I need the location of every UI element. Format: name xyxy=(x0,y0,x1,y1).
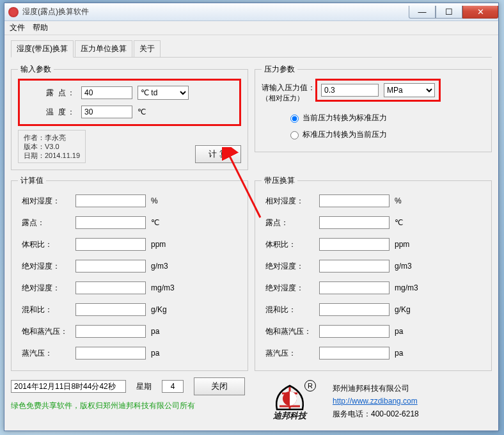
pressure-input[interactable] xyxy=(321,84,379,97)
radio-cur-to-std-label: 当前压力转换为标准压力 xyxy=(303,113,387,123)
titlebar: 湿度(露点)换算软件 — ☐ ✕ xyxy=(4,3,498,21)
dewpoint-unit-select[interactable]: ℃ td xyxy=(138,86,189,100)
input-params-group: 输入参数 露 点： ℃ td 温 度： ℃ xyxy=(11,64,248,170)
minimize-button[interactable]: — xyxy=(409,6,436,19)
registered-icon: R xyxy=(304,380,316,391)
tab-humidity[interactable]: 湿度(带压)换算 xyxy=(11,40,74,58)
highlight-pressure: MPa xyxy=(315,79,441,102)
window-title: 湿度(露点)换算软件 xyxy=(22,6,89,17)
pcalc-dewpoint[interactable] xyxy=(319,216,390,229)
tabs: 湿度(带压)换算 压力单位换算 关于 xyxy=(11,40,492,58)
highlight-input: 露 点： ℃ td 温 度： ℃ xyxy=(18,79,241,126)
pcalc-ppm[interactable] xyxy=(319,238,390,251)
calc-dewpoint[interactable] xyxy=(75,216,146,229)
calc-results-group: 计算值 相对湿度：% 露点：℃ 体积比：ppm 绝对湿度：g/m3 绝对湿度：m… xyxy=(11,175,248,371)
radio-std-to-cur[interactable] xyxy=(290,131,299,139)
company-logo: R 迪邦科技 xyxy=(255,379,325,423)
company-url[interactable]: http://www.zzdibang.com xyxy=(333,397,418,406)
week-display xyxy=(162,380,184,393)
calc-vp[interactable] xyxy=(75,347,146,360)
bottom-row: 星期 关闭 绿色免费共享软件，版权归郑州迪邦科技有限公司所有 R xyxy=(11,376,492,423)
calc-results-legend: 计算值 xyxy=(18,175,46,186)
calc-ppm[interactable] xyxy=(75,238,146,251)
radio-std-to-cur-label: 标准压力转换为当前压力 xyxy=(303,129,387,140)
app-window: 湿度(露点)换算软件 — ☐ ✕ 文件 帮助 湿度(带压)换算 压力单位换算 关… xyxy=(4,3,499,431)
tab-pressure-unit[interactable]: 压力单位换算 xyxy=(75,40,132,57)
pcalc-mix[interactable] xyxy=(319,303,390,316)
pcalc-abs-g[interactable] xyxy=(319,260,390,273)
menubar: 文件 帮助 xyxy=(4,21,498,35)
pressure-input-note: （相对压力） xyxy=(262,93,315,103)
logo-icon xyxy=(271,381,309,413)
pressure-results-legend: 带压换算 xyxy=(262,175,297,186)
company-name: 郑州迪邦科技有限公司 xyxy=(333,382,419,395)
calc-satvp[interactable] xyxy=(75,325,146,338)
company-tel: 服务电话：400-002-6218 xyxy=(333,407,419,420)
temperature-unit: ℃ xyxy=(138,107,146,116)
lower-columns: 计算值 相对湿度：% 露点：℃ 体积比：ppm 绝对湿度：g/m3 绝对湿度：m… xyxy=(11,175,492,376)
tab-about[interactable]: 关于 xyxy=(134,40,161,57)
company-info: 郑州迪邦科技有限公司 http://www.zzdibang.com 服务电话：… xyxy=(333,382,419,420)
maximize-button[interactable]: ☐ xyxy=(436,6,462,19)
menu-file[interactable]: 文件 xyxy=(10,22,25,33)
pcalc-abs-mg[interactable] xyxy=(319,281,390,294)
content: 湿度(带压)换算 压力单位换算 关于 输入参数 露 点： ℃ td xyxy=(4,35,498,429)
temperature-label: 温 度： xyxy=(24,107,81,118)
pressure-results-group: 带压换算 相对湿度：% 露点：℃ 体积比：ppm 绝对湿度：g/m3 绝对湿度：… xyxy=(255,175,492,371)
close-button[interactable]: ✕ xyxy=(462,6,498,19)
pressure-params-legend: 压力参数 xyxy=(262,64,297,75)
upper-columns: 输入参数 露 点： ℃ td 温 度： ℃ xyxy=(11,64,492,175)
input-params-legend: 输入参数 xyxy=(18,64,54,75)
pressure-params-group: 压力参数 请输入压力值： （相对压力） MPa xyxy=(255,64,492,152)
close-app-button[interactable]: 关闭 xyxy=(194,377,245,395)
author-info: 作者：李永亮 版本：V3.0 日期：2014.11.19 xyxy=(18,130,86,163)
pcalc-relhum[interactable] xyxy=(319,194,390,207)
calc-abs-g[interactable] xyxy=(75,260,146,273)
logo-text: 迪邦科技 xyxy=(273,410,306,422)
radio-cur-to-std[interactable] xyxy=(290,115,299,123)
calculate-button[interactable]: 计 算 xyxy=(195,145,241,163)
calc-relhum[interactable] xyxy=(75,194,146,207)
calc-abs-mg[interactable] xyxy=(75,281,146,294)
pressure-input-label: 请输入压力值： xyxy=(262,83,315,93)
calc-mix[interactable] xyxy=(75,303,146,316)
pcalc-satvp[interactable] xyxy=(319,325,390,338)
pressure-unit-select[interactable]: MPa xyxy=(384,83,435,97)
app-icon xyxy=(8,7,19,17)
menu-help[interactable]: 帮助 xyxy=(33,22,48,33)
week-label: 星期 xyxy=(136,381,152,392)
window-buttons: — ☐ ✕ xyxy=(409,6,498,19)
copyright-text: 绿色免费共享软件，版权归郑州迪邦科技有限公司所有 xyxy=(11,400,248,411)
pcalc-vp[interactable] xyxy=(319,347,390,360)
dewpoint-input[interactable] xyxy=(81,86,132,99)
datetime-display xyxy=(11,380,126,393)
dewpoint-label: 露 点： xyxy=(24,88,81,99)
temperature-input[interactable] xyxy=(81,106,132,118)
